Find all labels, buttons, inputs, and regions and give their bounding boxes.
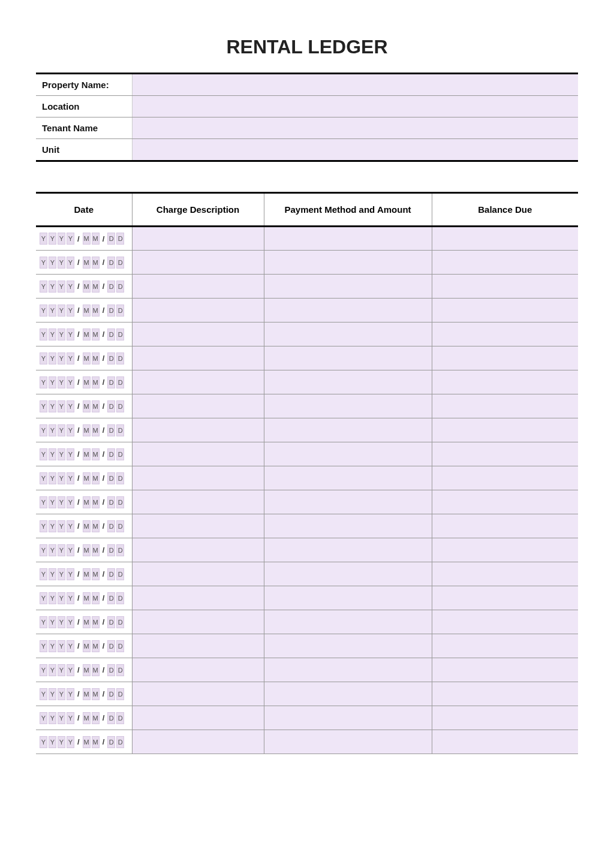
balance-due-cell[interactable] <box>432 442 578 466</box>
payment-method-amount-cell[interactable] <box>264 586 432 610</box>
date-month-box[interactable]: M <box>92 592 100 604</box>
date-day-box[interactable]: D <box>107 592 115 604</box>
date-day-box[interactable]: D <box>107 496 115 508</box>
date-year-box[interactable]: Y <box>58 424 65 436</box>
balance-due-cell[interactable] <box>432 658 578 682</box>
date-year-box[interactable]: Y <box>49 352 56 364</box>
date-cell[interactable]: YYYY/MM/DD <box>36 586 132 610</box>
date-year-box[interactable]: Y <box>49 688 56 700</box>
balance-due-cell[interactable] <box>432 323 578 346</box>
balance-due-cell[interactable] <box>432 562 578 586</box>
date-year-box[interactable]: Y <box>49 616 56 628</box>
date-year-box[interactable]: Y <box>40 352 47 364</box>
date-year-box[interactable]: Y <box>58 592 65 604</box>
payment-method-amount-cell[interactable] <box>264 275 432 299</box>
date-day-box[interactable]: D <box>116 520 124 532</box>
charge-description-cell[interactable] <box>132 275 264 299</box>
charge-description-cell[interactable] <box>132 706 264 730</box>
date-month-box[interactable]: M <box>83 616 91 628</box>
date-year-box[interactable]: Y <box>58 688 65 700</box>
date-month-box[interactable]: M <box>92 257 100 269</box>
date-day-box[interactable]: D <box>107 688 115 700</box>
balance-due-cell[interactable] <box>432 466 578 490</box>
date-year-box[interactable]: Y <box>49 233 56 245</box>
date-day-box[interactable]: D <box>116 257 124 269</box>
date-year-box[interactable]: Y <box>49 472 56 484</box>
date-day-box[interactable]: D <box>116 400 124 412</box>
date-cell[interactable]: YYYY/MM/DD <box>36 730 132 754</box>
payment-method-amount-cell[interactable] <box>264 538 432 562</box>
charge-description-cell[interactable] <box>132 466 264 490</box>
date-year-box[interactable]: Y <box>67 592 74 604</box>
header-field-input[interactable] <box>132 139 578 161</box>
charge-description-cell[interactable] <box>132 418 264 442</box>
date-month-box[interactable]: M <box>92 496 100 508</box>
date-month-box[interactable]: M <box>83 712 91 724</box>
date-year-box[interactable]: Y <box>58 376 65 388</box>
date-year-box[interactable]: Y <box>40 400 47 412</box>
date-day-box[interactable]: D <box>107 664 115 676</box>
date-day-box[interactable]: D <box>107 257 115 269</box>
date-day-box[interactable]: D <box>107 640 115 652</box>
date-month-box[interactable]: M <box>92 424 100 436</box>
date-year-box[interactable]: Y <box>40 281 47 293</box>
date-year-box[interactable]: Y <box>58 328 65 340</box>
balance-due-cell[interactable] <box>432 275 578 299</box>
date-day-box[interactable]: D <box>116 640 124 652</box>
date-year-box[interactable]: Y <box>40 376 47 388</box>
date-day-box[interactable]: D <box>107 472 115 484</box>
date-year-box[interactable]: Y <box>40 544 47 556</box>
date-month-box[interactable]: M <box>83 496 91 508</box>
date-year-box[interactable]: Y <box>40 568 47 580</box>
date-day-box[interactable]: D <box>107 400 115 412</box>
date-year-box[interactable]: Y <box>49 400 56 412</box>
date-year-box[interactable]: Y <box>49 736 56 748</box>
date-year-box[interactable]: Y <box>49 544 56 556</box>
date-year-box[interactable]: Y <box>67 688 74 700</box>
payment-method-amount-cell[interactable] <box>264 323 432 346</box>
date-month-box[interactable]: M <box>92 472 100 484</box>
date-cell[interactable]: YYYY/MM/DD <box>36 299 132 323</box>
date-year-box[interactable]: Y <box>67 472 74 484</box>
date-year-box[interactable]: Y <box>49 640 56 652</box>
date-year-box[interactable]: Y <box>58 736 65 748</box>
date-year-box[interactable]: Y <box>67 568 74 580</box>
payment-method-amount-cell[interactable] <box>264 634 432 658</box>
date-year-box[interactable]: Y <box>40 712 47 724</box>
date-year-box[interactable]: Y <box>49 376 56 388</box>
charge-description-cell[interactable] <box>132 442 264 466</box>
date-cell[interactable]: YYYY/MM/DD <box>36 346 132 370</box>
payment-method-amount-cell[interactable] <box>264 251 432 275</box>
date-month-box[interactable]: M <box>83 520 91 532</box>
balance-due-cell[interactable] <box>432 730 578 754</box>
date-day-box[interactable]: D <box>116 305 124 317</box>
date-month-box[interactable]: M <box>92 568 100 580</box>
date-day-box[interactable]: D <box>116 544 124 556</box>
charge-description-cell[interactable] <box>132 682 264 706</box>
date-month-box[interactable]: M <box>83 592 91 604</box>
date-month-box[interactable]: M <box>83 257 91 269</box>
date-day-box[interactable]: D <box>116 664 124 676</box>
header-field-input[interactable] <box>132 74 578 96</box>
date-month-box[interactable]: M <box>83 400 91 412</box>
date-year-box[interactable]: Y <box>40 233 47 245</box>
date-day-box[interactable]: D <box>107 568 115 580</box>
date-year-box[interactable]: Y <box>49 664 56 676</box>
date-month-box[interactable]: M <box>92 520 100 532</box>
charge-description-cell[interactable] <box>132 394 264 418</box>
charge-description-cell[interactable] <box>132 562 264 586</box>
date-month-box[interactable]: M <box>83 736 91 748</box>
date-month-box[interactable]: M <box>83 424 91 436</box>
balance-due-cell[interactable] <box>432 251 578 275</box>
date-month-box[interactable]: M <box>83 544 91 556</box>
date-year-box[interactable]: Y <box>58 496 65 508</box>
date-year-box[interactable]: Y <box>49 568 56 580</box>
date-day-box[interactable]: D <box>116 448 124 460</box>
date-year-box[interactable]: Y <box>40 616 47 628</box>
date-cell[interactable]: YYYY/MM/DD <box>36 323 132 346</box>
date-year-box[interactable]: Y <box>49 424 56 436</box>
balance-due-cell[interactable] <box>432 586 578 610</box>
date-month-box[interactable]: M <box>83 328 91 340</box>
date-year-box[interactable]: Y <box>67 448 74 460</box>
date-year-box[interactable]: Y <box>49 305 56 317</box>
